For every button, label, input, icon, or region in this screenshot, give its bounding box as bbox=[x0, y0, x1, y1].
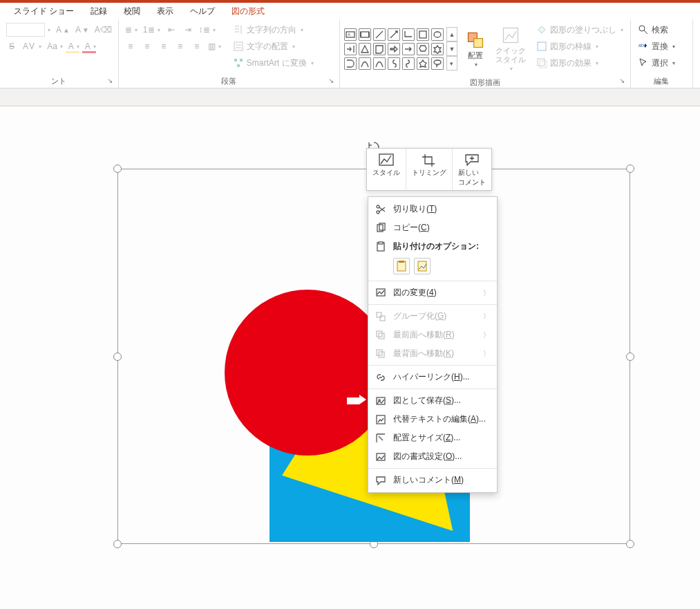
handle-ne[interactable] bbox=[626, 165, 634, 173]
tab-review[interactable]: 校閲 bbox=[115, 3, 149, 20]
tab-slideshow[interactable]: スライド ショー bbox=[6, 3, 82, 20]
secondary-strip bbox=[0, 88, 700, 106]
ctx-sep-3 bbox=[368, 365, 497, 366]
slide-canvas[interactable]: スタイル トリミング 新しい コメント 切り取り(T) コピー(C) 貼り付けの… bbox=[0, 106, 700, 609]
align-left-button: ≡ bbox=[123, 39, 138, 54]
group-drawing: A bbox=[340, 19, 631, 88]
svg-rect-31 bbox=[377, 331, 382, 337]
tab-picture-format[interactable]: 図の形式 bbox=[223, 3, 273, 20]
find-button[interactable]: 検索 bbox=[635, 22, 688, 37]
handle-nw[interactable] bbox=[113, 165, 122, 173]
ctx-hyperlink[interactable]: ハイパーリンク(H)... bbox=[368, 368, 497, 386]
svg-rect-24 bbox=[397, 261, 406, 271]
bullets-button: ≣▾ bbox=[123, 22, 140, 37]
svg-rect-28 bbox=[377, 312, 381, 317]
red-circle-shape[interactable] bbox=[225, 290, 390, 456]
ctx-sep-2 bbox=[368, 304, 497, 305]
svg-rect-13 bbox=[538, 59, 545, 66]
svg-rect-7 bbox=[419, 31, 426, 38]
ctx-change-picture[interactable]: 図の変更(4) 〉 bbox=[368, 283, 497, 302]
shapes-gallery-scroll[interactable]: ▲ ▼ ▾ bbox=[446, 27, 457, 71]
highlight-button: A▾ bbox=[66, 39, 82, 54]
group-editing-label: 編集 bbox=[635, 75, 688, 86]
svg-rect-2 bbox=[240, 59, 243, 62]
tab-help[interactable]: ヘルプ bbox=[182, 3, 223, 20]
svg-rect-33 bbox=[379, 352, 384, 357]
svg-point-19 bbox=[377, 205, 379, 208]
svg-point-15 bbox=[639, 26, 645, 31]
handle-w[interactable] bbox=[113, 353, 122, 361]
ctx-group: グループ化(G) 〉 bbox=[368, 307, 497, 326]
smartart-button: SmartArt に変換▾ bbox=[230, 55, 316, 71]
svg-rect-29 bbox=[380, 316, 385, 321]
quick-styles-button: クイック スタイル▾ bbox=[493, 22, 528, 76]
paste-as-picture-button[interactable] bbox=[414, 258, 431, 274]
svg-rect-1 bbox=[234, 59, 237, 62]
svg-rect-32 bbox=[377, 350, 382, 355]
shape-effects-button: 図形の効果▾ bbox=[533, 55, 626, 71]
char-spacing-button: AV▾ bbox=[21, 39, 44, 54]
arrange-button[interactable]: 配置▾ bbox=[460, 22, 491, 76]
line-spacing-button: ↕≣▾ bbox=[197, 22, 218, 37]
ctx-size-position[interactable]: 配置とサイズ(Z)... bbox=[368, 429, 497, 447]
svg-rect-27 bbox=[377, 289, 385, 296]
align-center-button: ≡ bbox=[140, 39, 155, 54]
ctx-alt-text[interactable]: 代替テキストの編集(A)... bbox=[368, 410, 497, 429]
ctx-copy[interactable]: コピー(C) bbox=[368, 218, 497, 237]
select-button[interactable]: 選択▾ bbox=[635, 55, 688, 71]
shape-fill-button: 図形の塗りつぶし▾ bbox=[533, 22, 626, 37]
ctx-bring-front: 最前面へ移動(R) 〉 bbox=[368, 326, 497, 344]
mini-crop-button[interactable]: トリミング bbox=[406, 149, 452, 190]
font-color-button: A▾ bbox=[83, 39, 98, 54]
svg-rect-36 bbox=[377, 415, 385, 424]
font-dialog-launcher[interactable]: ↘ bbox=[107, 77, 115, 85]
group-paragraph: ≣▾ 1≣▾ ⇤ ⇥ ↕≣▾ ≡ ≡ ≡ ≡ ≡ ▥▾ 文 bbox=[119, 19, 340, 88]
size-icon bbox=[375, 433, 386, 444]
columns-button: ▥▾ bbox=[206, 39, 223, 54]
text-direction-button: 文字列の方向▾ bbox=[230, 22, 316, 37]
ctx-sep-5 bbox=[368, 468, 497, 469]
scissors-icon bbox=[375, 204, 386, 215]
handle-se[interactable] bbox=[626, 540, 634, 548]
paragraph-dialog-launcher[interactable]: ↘ bbox=[328, 77, 337, 85]
replace-button[interactable]: ab 置換▾ bbox=[635, 39, 688, 54]
svg-rect-14 bbox=[540, 61, 547, 68]
comment-icon bbox=[375, 475, 386, 486]
handle-e[interactable] bbox=[626, 353, 634, 361]
drawing-dialog-launcher[interactable]: ↘ bbox=[619, 77, 627, 85]
copy-icon bbox=[375, 223, 386, 234]
numbering-button: 1≣▾ bbox=[141, 22, 162, 37]
ctx-cut[interactable]: 切り取り(T) bbox=[368, 200, 497, 218]
ctx-sep-1 bbox=[368, 281, 497, 281]
svg-rect-6 bbox=[361, 32, 369, 37]
distribute-button: ≡ bbox=[189, 39, 205, 54]
group-font: ▾ A▲ A▼ A⌫ S AV▾ Aa▾ A▾ A▾ ント ↘ bbox=[0, 19, 119, 88]
link-icon bbox=[375, 372, 386, 383]
text-align-button: 文字の配置▾ bbox=[230, 39, 316, 54]
annotation-arrow bbox=[346, 393, 369, 406]
group-font-label: ント bbox=[4, 75, 114, 86]
mini-new-comment-button[interactable]: 新しい コメント bbox=[452, 149, 491, 190]
ctx-new-comment[interactable]: 新しいコメント(M) bbox=[368, 471, 497, 489]
tab-view[interactable]: 表示 bbox=[149, 3, 182, 20]
align-right-button: ≡ bbox=[156, 39, 171, 54]
group-paragraph-label: 段落 bbox=[123, 75, 335, 86]
handle-sw[interactable] bbox=[113, 540, 122, 548]
context-menu: 切り取り(T) コピー(C) 貼り付けのオプション: 図の変更(4) 〉 bbox=[368, 196, 498, 493]
format-icon bbox=[375, 451, 386, 462]
ctx-paste-header: 貼り付けのオプション: bbox=[368, 237, 497, 256]
ctx-format-picture[interactable]: 図の書式設定(O)... bbox=[368, 447, 497, 466]
ribbon-tabs: スライド ショー 記録 校閲 表示 ヘルプ 図の形式 bbox=[0, 3, 700, 19]
paste-keep-format-button[interactable] bbox=[393, 258, 410, 274]
indent-button: ⇥ bbox=[180, 22, 196, 37]
mini-style-button[interactable]: スタイル bbox=[367, 149, 406, 190]
tab-record[interactable]: 記録 bbox=[82, 3, 115, 20]
chevron-right-icon: 〉 bbox=[483, 288, 490, 298]
shapes-gallery[interactable]: A bbox=[344, 28, 444, 70]
alt-text-icon bbox=[375, 414, 386, 425]
svg-point-8 bbox=[434, 32, 441, 37]
ctx-send-back: 最背面へ移動(K) 〉 bbox=[368, 344, 497, 363]
svg-rect-3 bbox=[237, 64, 240, 67]
ctx-save-as-picture[interactable]: 図として保存(S)... bbox=[368, 391, 497, 410]
svg-rect-11 bbox=[503, 28, 518, 43]
